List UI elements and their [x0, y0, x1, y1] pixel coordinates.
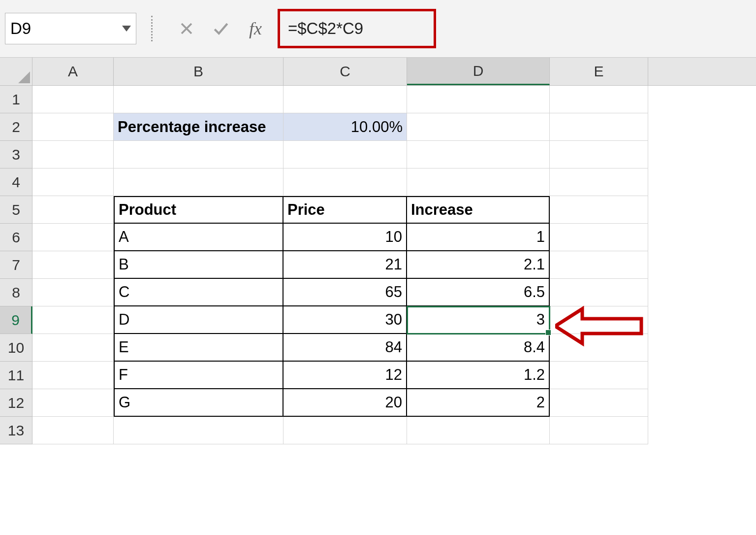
cell-C3[interactable] [284, 141, 407, 168]
cell-B5-header-product[interactable]: Product [114, 196, 284, 224]
cell-E5[interactable] [550, 196, 648, 224]
row-12: 12G202 [0, 389, 756, 417]
row-header-12[interactable]: 12 [0, 389, 32, 417]
cell-E2[interactable] [550, 113, 648, 141]
cell-B2-percentage-label[interactable]: Percentage increase [114, 113, 284, 141]
cell-D4[interactable] [407, 168, 550, 196]
column-headers: A B C D E [0, 58, 756, 86]
row-header-9[interactable]: 9 [0, 306, 32, 334]
cell-D6-increase[interactable]: 1 [407, 224, 550, 251]
chevron-down-icon[interactable] [122, 26, 131, 32]
select-all-corner[interactable] [0, 58, 32, 85]
cell-A13[interactable] [32, 417, 114, 444]
cell-B11-product[interactable]: F [114, 362, 284, 389]
cell-B3[interactable] [114, 141, 284, 168]
cell-E10[interactable] [550, 334, 648, 362]
row-header-2[interactable]: 2 [0, 113, 32, 141]
cell-C7-price[interactable]: 21 [284, 251, 407, 279]
cell-E13[interactable] [550, 417, 648, 444]
fill-handle[interactable] [545, 330, 551, 335]
confirm-edit-button[interactable] [204, 16, 238, 41]
cell-E12[interactable] [550, 389, 648, 417]
row-header-8[interactable]: 8 [0, 279, 32, 306]
cell-D13[interactable] [407, 417, 550, 444]
cell-A1[interactable] [32, 86, 114, 113]
cell-D5-header-increase[interactable]: Increase [407, 196, 550, 224]
col-header-A[interactable]: A [32, 58, 114, 85]
cell-D7-increase[interactable]: 2.1 [407, 251, 550, 279]
formula-input[interactable]: =$C$2*C9 [288, 19, 363, 38]
cell-C8-price[interactable]: 65 [284, 279, 407, 306]
name-box[interactable]: D9 [5, 13, 136, 44]
insert-function-button[interactable]: fx [238, 18, 273, 39]
cell-A12[interactable] [32, 389, 114, 417]
cell-A11[interactable] [32, 362, 114, 389]
cell-B8-product[interactable]: C [114, 279, 284, 306]
cell-A9[interactable] [32, 306, 114, 334]
row-header-13[interactable]: 13 [0, 417, 32, 444]
row-1: 1 [0, 86, 756, 113]
row-4: 4 [0, 168, 756, 196]
row-header-5[interactable]: 5 [0, 196, 32, 224]
cell-A4[interactable] [32, 168, 114, 196]
row-header-10[interactable]: 10 [0, 334, 32, 362]
col-header-D[interactable]: D [407, 58, 550, 85]
cell-B12-product[interactable]: G [114, 389, 284, 417]
cell-D1[interactable] [407, 86, 550, 113]
row-8: 8C656.5 [0, 279, 756, 306]
cell-D9-increase[interactable]: 3 [407, 306, 550, 334]
cell-D10-increase[interactable]: 8.4 [407, 334, 550, 362]
col-header-B[interactable]: B [114, 58, 284, 85]
cell-E1[interactable] [550, 86, 648, 113]
cell-A10[interactable] [32, 334, 114, 362]
cell-E11[interactable] [550, 362, 648, 389]
cell-D12-increase[interactable]: 2 [407, 389, 550, 417]
cell-A3[interactable] [32, 141, 114, 168]
cell-C2-percentage-value[interactable]: 10.00% [284, 113, 407, 141]
cell-D8-increase[interactable]: 6.5 [407, 279, 550, 306]
cell-D11-increase[interactable]: 1.2 [407, 362, 550, 389]
col-header-E[interactable]: E [550, 58, 648, 85]
cell-A7[interactable] [32, 251, 114, 279]
cell-A5[interactable] [32, 196, 114, 224]
cell-A2[interactable] [32, 113, 114, 141]
cell-B1[interactable] [114, 86, 284, 113]
row-header-11[interactable]: 11 [0, 362, 32, 389]
row-3: 3 [0, 141, 756, 168]
cell-B6-product[interactable]: A [114, 224, 284, 251]
cell-C1[interactable] [284, 86, 407, 113]
cell-B7-product[interactable]: B [114, 251, 284, 279]
cell-E8[interactable] [550, 279, 648, 306]
cell-C11-price[interactable]: 12 [284, 362, 407, 389]
cell-A8[interactable] [32, 279, 114, 306]
cell-E7[interactable] [550, 251, 648, 279]
cell-C13[interactable] [284, 417, 407, 444]
cell-E4[interactable] [550, 168, 648, 196]
close-icon [179, 21, 194, 36]
cell-E3[interactable] [550, 141, 648, 168]
cell-D2[interactable] [407, 113, 550, 141]
cell-C5-header-price[interactable]: Price [284, 196, 407, 224]
cell-E6[interactable] [550, 224, 648, 251]
row-header-6[interactable]: 6 [0, 224, 32, 251]
cell-A6[interactable] [32, 224, 114, 251]
cell-C6-price[interactable]: 10 [284, 224, 407, 251]
cell-C4[interactable] [284, 168, 407, 196]
cell-E9[interactable] [550, 306, 648, 334]
row-header-7[interactable]: 7 [0, 251, 32, 279]
cell-B10-product[interactable]: E [114, 334, 284, 362]
cancel-edit-button[interactable] [169, 16, 204, 41]
fx-icon: fx [249, 19, 262, 38]
row-header-1[interactable]: 1 [0, 86, 32, 113]
cell-C10-price[interactable]: 84 [284, 334, 407, 362]
cell-D3[interactable] [407, 141, 550, 168]
cell-B4[interactable] [114, 168, 284, 196]
cell-C9-price[interactable]: 30 [284, 306, 407, 334]
row-header-3[interactable]: 3 [0, 141, 32, 168]
cell-B13[interactable] [114, 417, 284, 444]
cell-C12-price[interactable]: 20 [284, 389, 407, 417]
col-header-C[interactable]: C [284, 58, 407, 85]
cell-B9-product[interactable]: D [114, 306, 284, 334]
row-6: 6A101 [0, 224, 756, 251]
row-header-4[interactable]: 4 [0, 168, 32, 196]
